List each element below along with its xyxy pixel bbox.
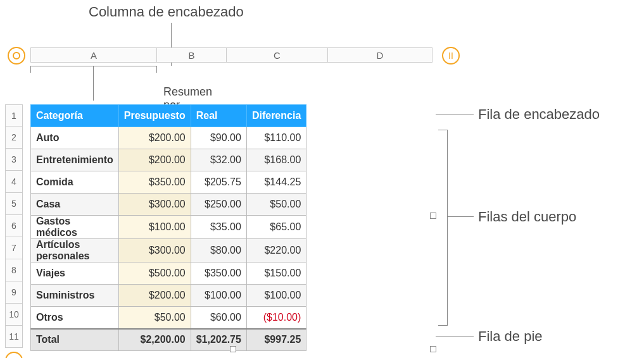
cell[interactable]: $100.00 [118, 216, 191, 239]
header-cell-category[interactable]: Categoría [31, 105, 119, 127]
cell[interactable]: $220.00 [246, 239, 306, 262]
table-footer-row: Total $2,200.00 $1,202.75 $997.25 [31, 329, 306, 351]
cell[interactable]: Casa [31, 194, 119, 216]
row-header[interactable]: 11 [5, 326, 23, 348]
row-header[interactable]: 7 [5, 237, 23, 259]
cell[interactable]: $205.75 [191, 171, 246, 194]
column-header[interactable]: A [30, 47, 157, 63]
column-header[interactable]: B [157, 47, 227, 63]
cell[interactable]: $350.00 [191, 262, 246, 285]
cell[interactable]: Total [31, 329, 119, 351]
row-header[interactable]: 6 [5, 215, 23, 237]
row-header[interactable]: 1 [5, 104, 23, 127]
cell[interactable]: $997.25 [246, 329, 306, 351]
row-header[interactable]: 8 [5, 259, 23, 281]
table-row: Gastos médicos $100.00 $35.00 $65.00 [31, 216, 306, 239]
callout-row-header: Fila de encabezado [478, 106, 600, 123]
resize-handle-corner[interactable] [430, 346, 436, 352]
callout-line [436, 336, 474, 336]
table-row: Entretenimiento $200.00 $32.00 $168.00 [31, 149, 306, 171]
cell[interactable]: $300.00 [118, 194, 191, 216]
select-all-handle[interactable] [8, 47, 25, 65]
resize-handle-bottom[interactable] [230, 346, 236, 352]
callout-body-rows: Filas del cuerpo [478, 209, 576, 225]
row-header[interactable]: 5 [5, 193, 23, 215]
table-row: Comida $350.00 $205.75 $144.25 [31, 171, 306, 194]
cell[interactable]: $60.00 [191, 307, 246, 329]
cell[interactable]: $500.00 [118, 262, 191, 285]
cell[interactable]: $300.00 [118, 239, 191, 262]
row-header[interactable]: 10 [5, 304, 23, 326]
bracket-body-rows [438, 130, 448, 326]
table-row: Casa $300.00 $250.00 $50.00 [31, 194, 306, 216]
cell[interactable]: $100.00 [191, 285, 246, 307]
cell[interactable]: $168.00 [246, 149, 306, 171]
pause-icon: II [448, 51, 453, 61]
table-row: Otros $50.00 $60.00 ($10.00) [31, 307, 306, 329]
cell[interactable]: $250.00 [191, 194, 246, 216]
cell[interactable]: $200.00 [118, 285, 191, 307]
cell[interactable]: $65.00 [246, 216, 306, 239]
callout-footer-row: Fila de pie [478, 328, 543, 345]
row-header[interactable]: 9 [5, 281, 23, 304]
table-row: Suministros $200.00 $100.00 $100.00 [31, 285, 306, 307]
cell[interactable]: $350.00 [118, 171, 191, 194]
cell[interactable]: Auto [31, 127, 119, 149]
cell[interactable]: Entretenimiento [31, 149, 119, 171]
add-row-handle[interactable]: = [5, 352, 23, 358]
cell[interactable]: ($10.00) [246, 307, 306, 329]
cell[interactable]: $100.00 [246, 285, 306, 307]
cell[interactable]: $32.00 [191, 149, 246, 171]
row-header[interactable]: 2 [5, 127, 23, 149]
cell[interactable]: $2,200.00 [118, 329, 191, 351]
equals-icon: = [11, 355, 16, 358]
data-table: Categoría Presupuesto Real Diferencia Au… [30, 104, 306, 351]
row-header[interactable]: 4 [5, 171, 23, 193]
row-header-column: 1 2 3 4 5 6 7 8 9 10 11 [5, 104, 23, 348]
cell[interactable]: $144.25 [246, 171, 306, 194]
header-cell-budget[interactable]: Presupuesto [118, 105, 191, 127]
callout-column-header: Columna de encabezado [89, 4, 244, 20]
header-cell-diff[interactable]: Diferencia [246, 105, 306, 127]
bracket-column-header [30, 66, 157, 73]
cell[interactable]: $50.00 [246, 194, 306, 216]
callout-line [447, 216, 474, 217]
header-cell-actual[interactable]: Real [191, 105, 246, 127]
cell[interactable]: Comida [31, 171, 119, 194]
cell[interactable]: $150.00 [246, 262, 306, 285]
cell[interactable]: Otros [31, 307, 119, 329]
cell[interactable]: Gastos médicos [31, 216, 119, 239]
cell[interactable]: $90.00 [191, 127, 246, 149]
cell[interactable]: $200.00 [118, 149, 191, 171]
selection-handle[interactable] [430, 213, 436, 219]
column-header[interactable]: D [328, 47, 432, 63]
add-column-handle[interactable]: II [442, 47, 460, 65]
table-row: Auto $200.00 $90.00 $110.00 [31, 127, 306, 149]
cell[interactable]: Artículos personales [31, 239, 119, 262]
cell[interactable]: Suministros [31, 285, 119, 307]
table-row: Viajes $500.00 $350.00 $150.00 [31, 262, 306, 285]
cell[interactable]: $50.00 [118, 307, 191, 329]
cell[interactable]: $1,202.75 [191, 329, 246, 351]
callout-line [436, 114, 474, 114]
row-header[interactable]: 3 [5, 149, 23, 171]
table-row: Artículos personales $300.00 $80.00 $220… [31, 239, 306, 262]
cell[interactable]: $200.00 [118, 127, 191, 149]
column-header-row: A B C D [30, 47, 432, 63]
cell[interactable]: Viajes [31, 262, 119, 285]
cell[interactable]: $110.00 [246, 127, 306, 149]
table-header-row: Categoría Presupuesto Real Diferencia [31, 105, 306, 127]
cell[interactable]: $80.00 [191, 239, 246, 262]
column-header[interactable]: C [227, 47, 328, 63]
callout-line [93, 66, 94, 101]
cell[interactable]: $35.00 [191, 216, 246, 239]
